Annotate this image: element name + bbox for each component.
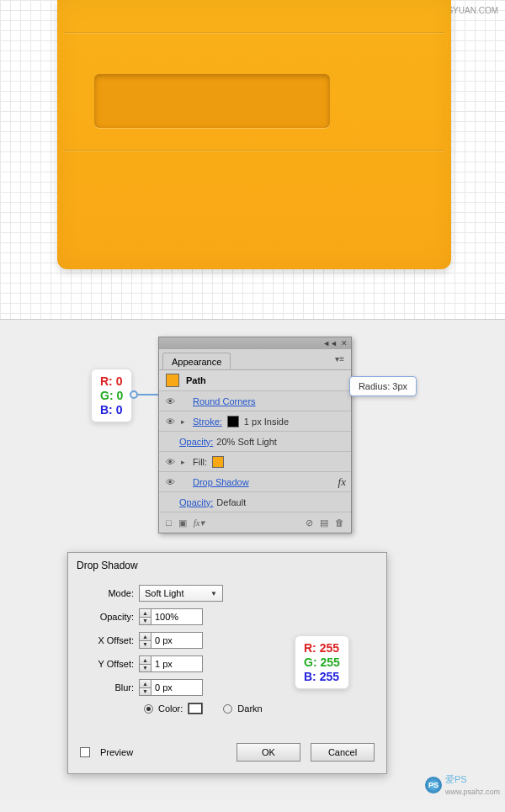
stroke-row[interactable]: 👁 ▸ Stroke: 1 px Inside (159, 411, 351, 432)
panel-body: Path 👁 Round Corners Radius: 3px 👁 ▸ Str… (159, 369, 351, 533)
darkness-radio[interactable] (223, 704, 232, 714)
mode-select[interactable]: Soft Light ▼ (139, 585, 223, 602)
blur-input[interactable] (152, 680, 202, 695)
preview-label: Preview (100, 747, 133, 757)
mode-row: Mode: Soft Light ▼ (83, 585, 371, 602)
envelope-shape (57, 0, 451, 269)
rgb-g: G: 255 (304, 655, 340, 670)
trash-icon[interactable]: 🗑 (335, 517, 344, 528)
ok-button[interactable]: OK (237, 743, 300, 762)
panel-titlebar[interactable]: ◄◄ ✕ (159, 337, 351, 349)
spin-down-icon[interactable]: ▼ (140, 618, 151, 625)
dialog-footer: Preview OK Cancel (68, 735, 386, 773)
xoffset-label: X Offset: (83, 635, 134, 645)
bottom-watermark: PS 爱PS www.psahz.com (425, 773, 500, 796)
fx-badge: fx (338, 475, 346, 489)
collapse-icon[interactable]: ◄◄ (322, 339, 338, 348)
path-swatch (166, 374, 179, 387)
color-swatch[interactable] (188, 703, 203, 714)
xoffset-spinbox[interactable]: ▲▼ (139, 632, 203, 649)
canvas-area: 思缘设计论坛 WWW.MISSYUAN.COM (0, 0, 505, 320)
watermark-text: 爱PS (445, 774, 467, 784)
color-radio[interactable] (144, 704, 153, 714)
duplicate-icon[interactable]: ▤ (320, 517, 328, 528)
opacity-value: Default (216, 497, 246, 507)
close-icon[interactable]: ✕ (341, 339, 348, 348)
new-art-icon[interactable]: □ (166, 517, 172, 528)
stroke-link[interactable]: Stroke: (193, 417, 222, 427)
rgb-r: R: 0 (100, 374, 123, 389)
opacity-row-1[interactable]: Opacity: 20% Soft Light (159, 432, 351, 452)
opacity-spinbox[interactable]: ▲▼ (139, 608, 203, 625)
panel-menu-icon[interactable]: ▾≡ (335, 349, 351, 364)
drop-shadow-row[interactable]: 👁 Drop Shadow fx (159, 472, 351, 492)
appearance-panel: ◄◄ ✕ Appearance ▾≡ Path 👁 Round Corners … (158, 337, 352, 533)
yoffset-input[interactable] (152, 656, 202, 671)
tutorial-area: R: 0 G: 0 B: 0 ◄◄ ✕ Appearance ▾≡ Path 👁… (0, 320, 505, 799)
rgb-g: G: 0 (100, 389, 123, 403)
round-corners-link[interactable]: Round Corners (193, 396, 256, 406)
fill-label: Fill: (193, 457, 207, 467)
rgb-b: B: 0 (100, 403, 123, 417)
stroke-value: 1 px Inside (244, 417, 289, 427)
watermark-sub: www.psahz.com (445, 788, 500, 796)
drop-shadow-link[interactable]: Drop Shadow (193, 477, 249, 487)
appearance-tab[interactable]: Appearance (162, 353, 231, 369)
rgb-b: B: 255 (304, 670, 340, 684)
clear-icon[interactable]: ⊘ (306, 517, 313, 528)
xoffset-input[interactable] (152, 633, 202, 648)
opacity-link[interactable]: Opacity: (179, 437, 213, 447)
darkness-label: Darkn (237, 703, 262, 714)
cancel-button[interactable]: Cancel (311, 743, 375, 762)
spin-up-icon[interactable]: ▲ (140, 633, 151, 641)
envelope-window (94, 74, 330, 128)
opacity-link[interactable]: Opacity: (179, 497, 213, 507)
spin-down-icon[interactable]: ▼ (140, 641, 151, 649)
fill-swatch[interactable] (212, 456, 224, 468)
yoffset-spinbox[interactable]: ▲▼ (139, 655, 203, 672)
blur-label: Blur: (83, 682, 134, 693)
mode-label: Mode: (83, 588, 134, 598)
spin-up-icon[interactable]: ▲ (140, 609, 151, 618)
rgb-callout-black: R: 0 G: 0 B: 0 (91, 369, 132, 422)
stroke-swatch[interactable] (227, 416, 239, 427)
panel-footer: □ ▣ fx▾ ⊘ ▤ 🗑 (159, 512, 351, 533)
visibility-icon[interactable]: 👁 (164, 396, 176, 406)
preview-checkbox[interactable] (80, 747, 90, 757)
path-label: Path (186, 375, 206, 385)
opacity-label: Opacity: (83, 612, 134, 622)
rgb-callout-white: R: 255 G: 255 B: 255 (295, 635, 349, 689)
opacity-input[interactable] (152, 609, 202, 624)
spin-up-icon[interactable]: ▲ (140, 680, 151, 688)
dialog-title: Drop Shadow (68, 553, 386, 581)
ps-logo-icon: PS (425, 777, 442, 793)
fill-row[interactable]: 👁 ▸ Fill: (159, 452, 351, 472)
radius-tooltip: Radius: 3px (349, 376, 417, 396)
rgb-r: R: 255 (304, 641, 340, 655)
opacity-row-2[interactable]: Opacity: Default (159, 492, 351, 512)
dropdown-icon: ▼ (210, 590, 217, 597)
mode-value: Soft Light (145, 588, 183, 598)
fx-icon[interactable]: fx▾ (194, 517, 205, 528)
spin-down-icon[interactable]: ▼ (140, 688, 151, 696)
opacity-value: 20% Soft Light (216, 437, 277, 447)
visibility-icon[interactable]: 👁 (164, 457, 176, 467)
blur-spinbox[interactable]: ▲▼ (139, 679, 203, 696)
opacity-row: Opacity: ▲▼ (83, 608, 371, 625)
color-label: Color: (158, 703, 183, 714)
round-corners-row[interactable]: 👁 Round Corners (159, 391, 351, 411)
color-row: Color: Darkn (144, 703, 371, 714)
yoffset-label: Y Offset: (83, 659, 134, 669)
visibility-icon[interactable]: 👁 (164, 417, 176, 427)
stroke-icon[interactable]: ▣ (178, 517, 187, 528)
visibility-icon[interactable]: 👁 (164, 477, 176, 487)
spin-up-icon[interactable]: ▲ (140, 656, 151, 665)
expand-icon[interactable]: ▸ (181, 417, 189, 426)
expand-icon[interactable]: ▸ (181, 458, 189, 466)
spin-down-icon[interactable]: ▼ (140, 665, 151, 672)
path-header-row[interactable]: Path (159, 370, 351, 391)
